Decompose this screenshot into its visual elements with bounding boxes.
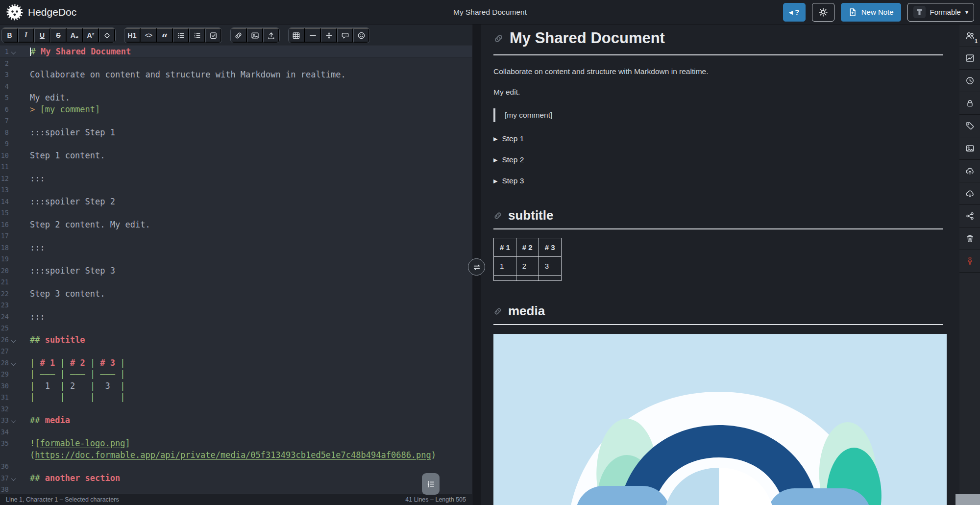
editor-line[interactable]: 19 bbox=[0, 253, 472, 265]
toolbar-comment-button[interactable] bbox=[337, 28, 353, 43]
preview-image[interactable] bbox=[493, 334, 947, 505]
editor-line[interactable]: 22Step 3 content. bbox=[0, 288, 472, 300]
help-button[interactable]: ◂ ? bbox=[783, 3, 806, 22]
editor-line[interactable]: 17 bbox=[0, 230, 472, 242]
editor-line[interactable]: 11 bbox=[0, 161, 472, 173]
navbar-actions: ◂ ? New Note Formable ▾ bbox=[783, 3, 974, 22]
sidebar-media-browser-button[interactable] bbox=[959, 137, 980, 160]
fold-chevron-icon[interactable] bbox=[11, 50, 16, 54]
editor-line[interactable]: 34 bbox=[0, 427, 472, 438]
editor-line[interactable]: 37## another section bbox=[0, 473, 472, 484]
fold-chevron-icon[interactable] bbox=[11, 361, 16, 366]
toolbar-heading-button[interactable]: H1 bbox=[124, 28, 141, 43]
editor-line[interactable]: 33## media bbox=[0, 415, 472, 427]
toolbar-underline-button[interactable]: U bbox=[34, 28, 50, 43]
editor-line[interactable]: 16Step 2 content. My edit. bbox=[0, 219, 472, 231]
editor-line[interactable]: 23 bbox=[0, 300, 472, 311]
line-text: ::: bbox=[22, 173, 45, 185]
toolbar-subscript-button[interactable]: A₂ bbox=[67, 28, 83, 43]
editor-line[interactable]: 31| | | | bbox=[0, 392, 472, 404]
spoiler-summary[interactable]: ▶Step 2 bbox=[493, 155, 943, 164]
sidebar-share-button[interactable] bbox=[959, 205, 980, 227]
toolbar-superscript-button[interactable]: A² bbox=[83, 28, 99, 43]
editor-line[interactable]: 3Collaborate on content and structure wi… bbox=[0, 69, 472, 81]
sidebar-aliases-button[interactable] bbox=[959, 115, 980, 137]
toolbar-check-list-button[interactable] bbox=[205, 28, 221, 43]
editor-line[interactable]: 18::: bbox=[0, 242, 472, 254]
editor-line[interactable]: 5My edit. bbox=[0, 92, 472, 104]
toolbar-ordered-list-button[interactable] bbox=[189, 28, 205, 43]
editor-line[interactable]: 25 bbox=[0, 323, 472, 334]
toolbar-unordered-list-button[interactable] bbox=[173, 28, 189, 43]
sidebar-revision-history-button[interactable] bbox=[959, 70, 980, 92]
editor-line[interactable]: 15 bbox=[0, 207, 472, 219]
editor-line[interactable]: 9 bbox=[0, 138, 472, 150]
sidebar-import-button[interactable] bbox=[959, 160, 980, 182]
editor-line[interactable]: 29| ——— | ——— | ——— | bbox=[0, 369, 472, 380]
new-note-button[interactable]: New Note bbox=[841, 3, 901, 22]
editor-line[interactable]: 12::: bbox=[0, 173, 472, 185]
spoiler-summary[interactable]: ▶Step 3 bbox=[493, 177, 943, 185]
editor-line[interactable]: 20:::spoiler Step 3 bbox=[0, 265, 472, 277]
editor-line[interactable]: 24::: bbox=[0, 311, 472, 323]
toolbar-upload-button[interactable] bbox=[263, 28, 279, 43]
editor-line[interactable]: 26## subtitle bbox=[0, 334, 472, 346]
spoiler-summary[interactable]: ▶Step 1 bbox=[493, 134, 943, 143]
user-menu[interactable]: Formable ▾ bbox=[907, 3, 974, 22]
editor-line[interactable]: 27 bbox=[0, 346, 472, 357]
editor-line[interactable]: 14:::spoiler Step 2 bbox=[0, 196, 472, 208]
editor-line[interactable]: 2 bbox=[0, 58, 472, 70]
toolbar-horizontal-rule-button[interactable] bbox=[305, 28, 321, 43]
editor-line[interactable]: (https://doc.formable.app/api/private/me… bbox=[0, 450, 472, 461]
line-gutter: 29 bbox=[0, 369, 22, 380]
toolbar-group: H1<>“ bbox=[124, 27, 222, 43]
toolbar-table-button[interactable] bbox=[289, 28, 305, 43]
editor-line[interactable]: 21 bbox=[0, 277, 472, 288]
sidebar-delete-note-button[interactable] bbox=[959, 227, 980, 250]
preview-heading: media bbox=[493, 303, 943, 325]
editor-line[interactable]: 35![formable-logo.png] bbox=[0, 438, 472, 450]
toolbar-line-spacer-button[interactable] bbox=[321, 28, 337, 43]
editor-line[interactable]: 4 bbox=[0, 81, 472, 93]
editor-line[interactable]: 6> [my comment] bbox=[0, 104, 472, 116]
line-gutter: 26 bbox=[0, 334, 22, 346]
editor-line[interactable]: 1# My Shared Document bbox=[0, 46, 472, 58]
editor-line[interactable]: 13 bbox=[0, 184, 472, 196]
anchor-link-icon[interactable] bbox=[493, 33, 504, 44]
toolbar-italic-button[interactable]: I bbox=[18, 28, 34, 43]
editor-line[interactable]: 36 bbox=[0, 461, 472, 473]
editor-line[interactable]: 30| 1 | 2 | 3 | bbox=[0, 380, 472, 392]
toolbar-strikethrough-button[interactable]: S bbox=[50, 28, 67, 43]
sidebar-export-button[interactable] bbox=[959, 182, 980, 205]
toolbar-bold-button[interactable]: B bbox=[2, 28, 18, 43]
toolbar-image-button[interactable] bbox=[247, 28, 263, 43]
line-number: 5 bbox=[0, 92, 9, 104]
swap-panes-button[interactable] bbox=[468, 258, 485, 276]
editor-line[interactable]: 28| # 1 | # 2 | # 3 | bbox=[0, 357, 472, 369]
toolbar-link-button[interactable] bbox=[231, 28, 247, 43]
toolbar-eraser-button[interactable] bbox=[99, 28, 115, 43]
hedgedoc-brand[interactable]: HedgeDoc bbox=[6, 3, 76, 21]
fold-chevron-icon[interactable] bbox=[11, 476, 16, 481]
editor-line[interactable]: 32 bbox=[0, 404, 472, 415]
sidebar-online-users-button[interactable]: 1 bbox=[959, 25, 980, 47]
toolbar-blockquote-button[interactable]: “ bbox=[157, 28, 173, 43]
editor-line[interactable]: 8:::spoiler Step 1 bbox=[0, 127, 472, 139]
sidebar-permissions-button[interactable] bbox=[959, 92, 980, 115]
sidebar-pin-note-button[interactable] bbox=[959, 250, 980, 273]
editor-line[interactable]: 7 bbox=[0, 115, 472, 127]
anchor-link-icon[interactable] bbox=[493, 307, 502, 316]
anchor-link-icon[interactable] bbox=[493, 211, 502, 220]
table-of-contents-button[interactable] bbox=[422, 473, 440, 495]
toolbar-emoji-button[interactable] bbox=[353, 28, 369, 43]
settings-button[interactable] bbox=[812, 3, 834, 22]
editor-line[interactable]: 10Step 1 content. bbox=[0, 150, 472, 162]
editor-line[interactable]: 38 bbox=[0, 484, 472, 494]
fold-chevron-icon[interactable] bbox=[11, 338, 16, 343]
toolbar-code-button[interactable]: <> bbox=[141, 28, 157, 43]
line-gutter: 2 bbox=[0, 58, 22, 70]
preview-table: # 1# 2# 3123 bbox=[493, 238, 562, 281]
sidebar-note-info-button[interactable] bbox=[959, 47, 980, 70]
markdown-editor[interactable]: 1# My Shared Document23Collaborate on co… bbox=[0, 45, 472, 494]
fold-chevron-icon[interactable] bbox=[11, 418, 16, 423]
